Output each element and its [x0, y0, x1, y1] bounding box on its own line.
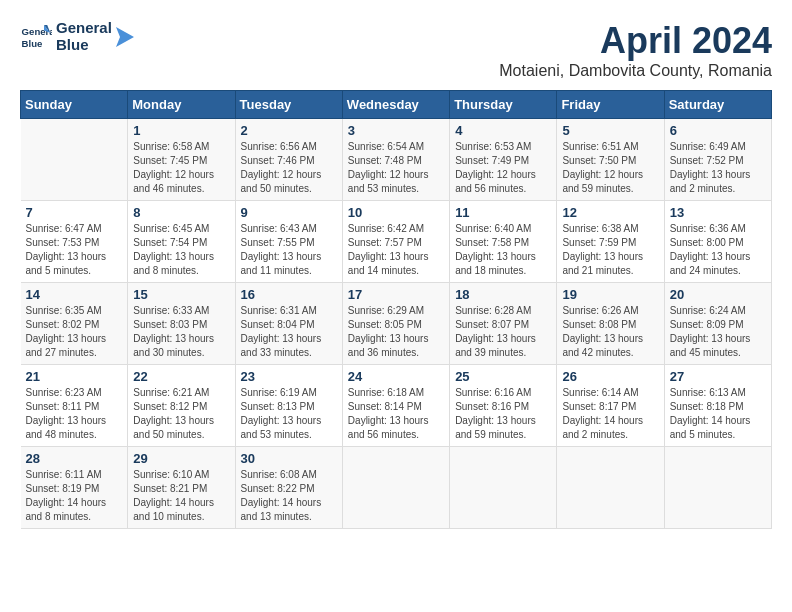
calendar-week-row: 1Sunrise: 6:58 AM Sunset: 7:45 PM Daylig… [21, 119, 772, 201]
calendar-cell: 25Sunrise: 6:16 AM Sunset: 8:16 PM Dayli… [450, 365, 557, 447]
calendar-cell: 8Sunrise: 6:45 AM Sunset: 7:54 PM Daylig… [128, 201, 235, 283]
day-number: 26 [562, 369, 658, 384]
day-number: 5 [562, 123, 658, 138]
day-number: 16 [241, 287, 337, 302]
calendar-cell [450, 447, 557, 529]
day-number: 11 [455, 205, 551, 220]
day-content: Sunrise: 6:51 AM Sunset: 7:50 PM Dayligh… [562, 140, 658, 196]
header-wednesday: Wednesday [342, 91, 449, 119]
calendar-cell: 26Sunrise: 6:14 AM Sunset: 8:17 PM Dayli… [557, 365, 664, 447]
day-number: 24 [348, 369, 444, 384]
calendar-cell: 5Sunrise: 6:51 AM Sunset: 7:50 PM Daylig… [557, 119, 664, 201]
day-number: 19 [562, 287, 658, 302]
calendar-cell: 16Sunrise: 6:31 AM Sunset: 8:04 PM Dayli… [235, 283, 342, 365]
day-number: 14 [26, 287, 123, 302]
calendar-week-row: 7Sunrise: 6:47 AM Sunset: 7:53 PM Daylig… [21, 201, 772, 283]
calendar-cell: 28Sunrise: 6:11 AM Sunset: 8:19 PM Dayli… [21, 447, 128, 529]
day-content: Sunrise: 6:36 AM Sunset: 8:00 PM Dayligh… [670, 222, 766, 278]
title-block: April 2024 Motaieni, Dambovita County, R… [499, 20, 772, 80]
calendar-week-row: 28Sunrise: 6:11 AM Sunset: 8:19 PM Dayli… [21, 447, 772, 529]
day-content: Sunrise: 6:14 AM Sunset: 8:17 PM Dayligh… [562, 386, 658, 442]
day-number: 29 [133, 451, 229, 466]
day-content: Sunrise: 6:53 AM Sunset: 7:49 PM Dayligh… [455, 140, 551, 196]
header-sunday: Sunday [21, 91, 128, 119]
day-content: Sunrise: 6:35 AM Sunset: 8:02 PM Dayligh… [26, 304, 123, 360]
day-number: 21 [26, 369, 123, 384]
day-content: Sunrise: 6:10 AM Sunset: 8:21 PM Dayligh… [133, 468, 229, 524]
svg-text:Blue: Blue [22, 37, 43, 48]
calendar-table: SundayMondayTuesdayWednesdayThursdayFrid… [20, 90, 772, 529]
logo-icon: General Blue [20, 21, 52, 53]
header-monday: Monday [128, 91, 235, 119]
calendar-cell: 7Sunrise: 6:47 AM Sunset: 7:53 PM Daylig… [21, 201, 128, 283]
day-number: 28 [26, 451, 123, 466]
day-content: Sunrise: 6:18 AM Sunset: 8:14 PM Dayligh… [348, 386, 444, 442]
day-number: 8 [133, 205, 229, 220]
day-number: 13 [670, 205, 766, 220]
calendar-cell: 22Sunrise: 6:21 AM Sunset: 8:12 PM Dayli… [128, 365, 235, 447]
calendar-cell: 14Sunrise: 6:35 AM Sunset: 8:02 PM Dayli… [21, 283, 128, 365]
month-year-title: April 2024 [499, 20, 772, 62]
blue-arrow-icon [116, 27, 134, 47]
calendar-cell: 1Sunrise: 6:58 AM Sunset: 7:45 PM Daylig… [128, 119, 235, 201]
day-number: 12 [562, 205, 658, 220]
day-number: 4 [455, 123, 551, 138]
day-content: Sunrise: 6:13 AM Sunset: 8:18 PM Dayligh… [670, 386, 766, 442]
day-number: 23 [241, 369, 337, 384]
day-content: Sunrise: 6:26 AM Sunset: 8:08 PM Dayligh… [562, 304, 658, 360]
page-header: General Blue General Blue April 2024 Mot… [20, 20, 772, 80]
day-content: Sunrise: 6:31 AM Sunset: 8:04 PM Dayligh… [241, 304, 337, 360]
logo-line2: Blue [56, 37, 112, 54]
day-number: 17 [348, 287, 444, 302]
day-content: Sunrise: 6:28 AM Sunset: 8:07 PM Dayligh… [455, 304, 551, 360]
calendar-cell: 15Sunrise: 6:33 AM Sunset: 8:03 PM Dayli… [128, 283, 235, 365]
day-number: 2 [241, 123, 337, 138]
day-number: 10 [348, 205, 444, 220]
day-content: Sunrise: 6:56 AM Sunset: 7:46 PM Dayligh… [241, 140, 337, 196]
day-content: Sunrise: 6:19 AM Sunset: 8:13 PM Dayligh… [241, 386, 337, 442]
day-content: Sunrise: 6:42 AM Sunset: 7:57 PM Dayligh… [348, 222, 444, 278]
day-content: Sunrise: 6:54 AM Sunset: 7:48 PM Dayligh… [348, 140, 444, 196]
calendar-cell: 21Sunrise: 6:23 AM Sunset: 8:11 PM Dayli… [21, 365, 128, 447]
day-number: 9 [241, 205, 337, 220]
calendar-cell: 10Sunrise: 6:42 AM Sunset: 7:57 PM Dayli… [342, 201, 449, 283]
calendar-cell: 23Sunrise: 6:19 AM Sunset: 8:13 PM Dayli… [235, 365, 342, 447]
calendar-cell: 11Sunrise: 6:40 AM Sunset: 7:58 PM Dayli… [450, 201, 557, 283]
calendar-cell [21, 119, 128, 201]
day-content: Sunrise: 6:23 AM Sunset: 8:11 PM Dayligh… [26, 386, 123, 442]
day-content: Sunrise: 6:49 AM Sunset: 7:52 PM Dayligh… [670, 140, 766, 196]
day-content: Sunrise: 6:24 AM Sunset: 8:09 PM Dayligh… [670, 304, 766, 360]
calendar-cell: 24Sunrise: 6:18 AM Sunset: 8:14 PM Dayli… [342, 365, 449, 447]
calendar-cell: 9Sunrise: 6:43 AM Sunset: 7:55 PM Daylig… [235, 201, 342, 283]
header-tuesday: Tuesday [235, 91, 342, 119]
day-content: Sunrise: 6:08 AM Sunset: 8:22 PM Dayligh… [241, 468, 337, 524]
day-content: Sunrise: 6:16 AM Sunset: 8:16 PM Dayligh… [455, 386, 551, 442]
day-number: 30 [241, 451, 337, 466]
day-content: Sunrise: 6:43 AM Sunset: 7:55 PM Dayligh… [241, 222, 337, 278]
calendar-cell [342, 447, 449, 529]
day-number: 1 [133, 123, 229, 138]
calendar-week-row: 14Sunrise: 6:35 AM Sunset: 8:02 PM Dayli… [21, 283, 772, 365]
day-content: Sunrise: 6:58 AM Sunset: 7:45 PM Dayligh… [133, 140, 229, 196]
calendar-cell: 2Sunrise: 6:56 AM Sunset: 7:46 PM Daylig… [235, 119, 342, 201]
day-number: 27 [670, 369, 766, 384]
calendar-cell: 3Sunrise: 6:54 AM Sunset: 7:48 PM Daylig… [342, 119, 449, 201]
day-number: 22 [133, 369, 229, 384]
day-content: Sunrise: 6:45 AM Sunset: 7:54 PM Dayligh… [133, 222, 229, 278]
calendar-cell [557, 447, 664, 529]
calendar-cell: 18Sunrise: 6:28 AM Sunset: 8:07 PM Dayli… [450, 283, 557, 365]
logo: General Blue General Blue [20, 20, 134, 53]
day-content: Sunrise: 6:40 AM Sunset: 7:58 PM Dayligh… [455, 222, 551, 278]
day-content: Sunrise: 6:29 AM Sunset: 8:05 PM Dayligh… [348, 304, 444, 360]
calendar-cell: 12Sunrise: 6:38 AM Sunset: 7:59 PM Dayli… [557, 201, 664, 283]
calendar-cell: 20Sunrise: 6:24 AM Sunset: 8:09 PM Dayli… [664, 283, 771, 365]
calendar-cell: 4Sunrise: 6:53 AM Sunset: 7:49 PM Daylig… [450, 119, 557, 201]
day-content: Sunrise: 6:21 AM Sunset: 8:12 PM Dayligh… [133, 386, 229, 442]
calendar-cell: 13Sunrise: 6:36 AM Sunset: 8:00 PM Dayli… [664, 201, 771, 283]
day-number: 3 [348, 123, 444, 138]
calendar-cell: 27Sunrise: 6:13 AM Sunset: 8:18 PM Dayli… [664, 365, 771, 447]
calendar-cell: 30Sunrise: 6:08 AM Sunset: 8:22 PM Dayli… [235, 447, 342, 529]
day-number: 18 [455, 287, 551, 302]
day-number: 6 [670, 123, 766, 138]
logo-line1: General [56, 20, 112, 37]
